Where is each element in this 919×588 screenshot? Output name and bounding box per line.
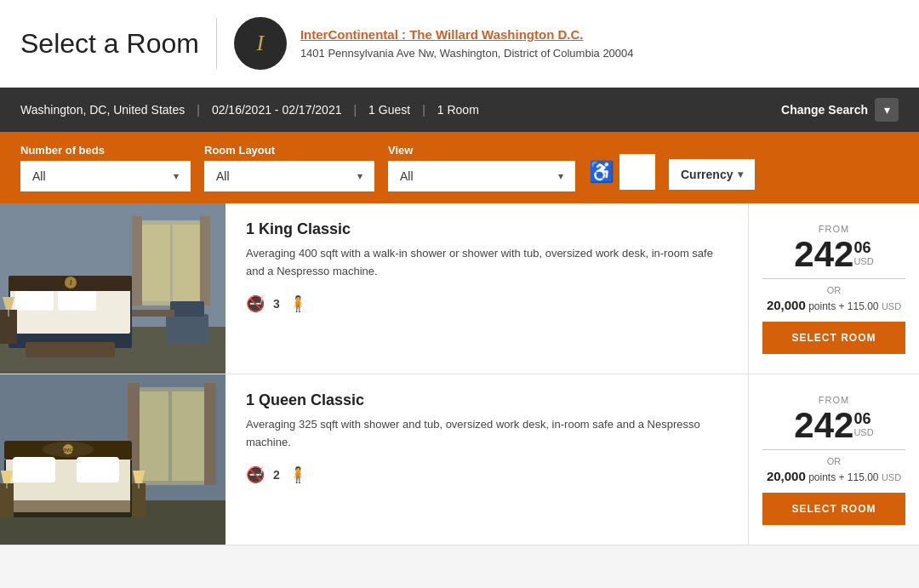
beds-count: 3 xyxy=(273,297,280,311)
filter-layout-value: All xyxy=(216,169,230,183)
svg-rect-18 xyxy=(26,342,115,357)
chevron-down-icon: ▾ xyxy=(174,170,179,182)
price-points-label: points + 115.00 xyxy=(808,300,878,312)
person-icon: 🧍 xyxy=(288,294,307,313)
room-image-svg: I xyxy=(0,203,225,374)
room-image-svg-2: IHG xyxy=(0,374,225,545)
price-currency: USD xyxy=(853,426,873,439)
svg-rect-17 xyxy=(132,310,174,317)
filter-beds-value: All xyxy=(32,169,46,183)
filters-bar: Number of beds All ▾ Room Layout All ▾ V… xyxy=(0,132,919,203)
sep2: | xyxy=(353,103,357,117)
price-points-currency: USD xyxy=(882,472,901,482)
price-or: OR xyxy=(827,285,842,295)
sep1: | xyxy=(197,103,200,117)
accessibility-icon[interactable]: ♿ xyxy=(589,160,614,184)
change-search-button[interactable]: Change Search ▾ xyxy=(781,98,899,122)
hotel-info: I InterContinental : The Willard Washing… xyxy=(234,17,634,70)
svg-rect-34 xyxy=(13,457,55,482)
currency-button[interactable]: Currency ▾ xyxy=(669,159,755,190)
beds-count: 2 xyxy=(273,468,280,482)
search-rooms: 1 Room xyxy=(437,103,479,117)
hotel-logo: I xyxy=(234,17,287,70)
room-name: 1 Queen Classic xyxy=(246,391,728,409)
hotel-details: InterContinental : The Willard Washingto… xyxy=(300,27,634,60)
filter-view-label: View xyxy=(388,144,575,157)
price-cents: 06 xyxy=(853,411,873,426)
svg-rect-14 xyxy=(8,310,9,317)
hotel-address: 1401 Pennsylvania Ave Nw, Washington, Di… xyxy=(300,47,634,60)
filter-beds-select[interactable]: All ▾ xyxy=(20,161,191,191)
room-list: I 1 King Classic Averaging 400 sqft with… xyxy=(0,203,919,545)
svg-rect-4 xyxy=(132,216,142,305)
room-name: 1 King Classic xyxy=(246,220,728,238)
room-image: I xyxy=(0,203,225,374)
price-decimals: 06 USD xyxy=(853,240,873,268)
hotel-logo-symbol: I xyxy=(257,31,265,56)
sep3: | xyxy=(422,103,425,117)
price-cents: 06 xyxy=(853,240,873,255)
room-description: Averaging 400 sqft with a walk-in shower… xyxy=(246,245,728,281)
price-divider xyxy=(762,278,905,279)
no-smoking-icon: 🚭 xyxy=(246,465,265,484)
price-display: 242 06 USD xyxy=(794,408,873,443)
price-from-label: FROM xyxy=(819,224,849,234)
room-image: IHG xyxy=(0,374,225,545)
select-room-button-2[interactable]: SELECT ROOM xyxy=(762,493,905,525)
svg-rect-2 xyxy=(140,225,170,301)
filter-layout-select[interactable]: All ▾ xyxy=(204,161,374,191)
currency-label: Currency xyxy=(681,168,733,181)
filter-view-group: View All ▾ xyxy=(388,144,575,191)
filter-view-value: All xyxy=(400,169,414,183)
room-pricing: FROM 242 06 USD OR 20,000 points + 115.0… xyxy=(749,203,919,374)
price-display: 242 06 USD xyxy=(794,237,873,272)
no-smoking-icon: 🚭 xyxy=(246,294,265,313)
change-search-label: Change Search xyxy=(781,103,868,117)
svg-rect-5 xyxy=(200,216,210,305)
price-from-label: FROM xyxy=(819,395,849,405)
price-points-line: 20,000 points + 115.00 USD xyxy=(767,298,901,312)
select-room-button[interactable]: SELECT ROOM xyxy=(762,322,905,354)
price-points: 20,000 xyxy=(767,298,806,312)
room-description: Averaging 325 sqft with shower and tub, … xyxy=(246,416,728,452)
svg-rect-16 xyxy=(170,301,204,317)
svg-rect-15 xyxy=(166,314,208,344)
svg-rect-23 xyxy=(136,391,168,481)
hotel-name-link[interactable]: InterContinental : The Willard Washingto… xyxy=(300,27,634,42)
filter-view-select[interactable]: All ▾ xyxy=(388,161,575,191)
chevron-down-icon: ▾ xyxy=(357,170,362,182)
price-amount: 242 xyxy=(794,237,853,272)
room-details: 1 Queen Classic Averaging 325 sqft with … xyxy=(225,374,749,545)
svg-rect-39 xyxy=(6,483,8,488)
price-points: 20,000 xyxy=(767,469,806,483)
person-icon: 🧍 xyxy=(288,465,307,484)
table-row: IHG 1 Queen Classic A xyxy=(0,374,919,545)
price-decimals: 06 USD xyxy=(853,411,873,439)
chevron-down-icon: ▾ xyxy=(738,168,743,180)
price-divider xyxy=(762,449,905,450)
price-amount: 242 xyxy=(794,408,853,443)
filter-layout-group: Room Layout All ▾ xyxy=(204,144,374,191)
price-or: OR xyxy=(827,456,842,466)
search-location: Washington, DC, United States xyxy=(20,103,185,117)
svg-text:I: I xyxy=(69,279,72,287)
svg-rect-42 xyxy=(138,483,140,488)
svg-text:IHG: IHG xyxy=(62,447,73,454)
white-box[interactable] xyxy=(619,154,655,190)
filter-beds-label: Number of beds xyxy=(20,144,191,157)
price-currency: USD xyxy=(853,255,873,268)
search-bar: Washington, DC, United States | 02/16/20… xyxy=(0,88,919,132)
chevron-down-icon: ▾ xyxy=(875,98,899,122)
room-amenities: 🚭 3 🧍 xyxy=(246,294,728,313)
price-points-currency: USD xyxy=(882,301,901,311)
search-dates: 02/16/2021 - 02/17/2021 xyxy=(212,103,342,117)
room-amenities: 🚭 2 🧍 xyxy=(246,465,728,484)
filter-beds-group: Number of beds All ▾ xyxy=(20,144,191,191)
room-details: 1 King Classic Averaging 400 sqft with a… xyxy=(225,203,749,374)
header-divider xyxy=(216,18,217,69)
svg-rect-24 xyxy=(172,391,204,481)
price-points-label: points + 115.00 xyxy=(808,471,878,483)
svg-rect-35 xyxy=(77,457,119,482)
price-points-line: 20,000 points + 115.00 USD xyxy=(767,469,901,483)
table-row: I 1 King Classic Averaging 400 sqft with… xyxy=(0,203,919,374)
